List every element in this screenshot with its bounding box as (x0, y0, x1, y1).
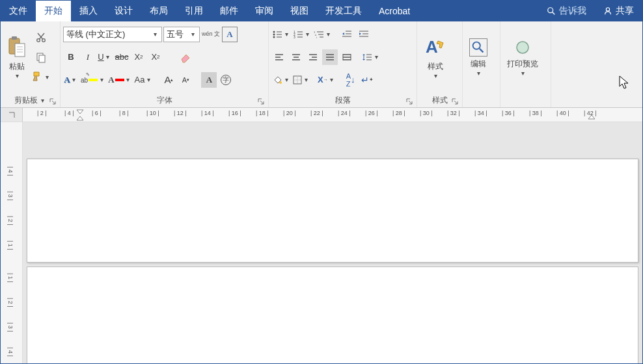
styles-dropdown[interactable]: ▾ (431, 72, 439, 79)
character-border-button[interactable]: A (222, 27, 238, 42)
align-center-button[interactable] (288, 49, 304, 65)
page-2[interactable] (27, 266, 638, 364)
shading-button[interactable]: ▾ (271, 72, 291, 88)
align-distributed-button[interactable] (339, 49, 355, 65)
grow-font-button[interactable]: A▴ (161, 72, 176, 88)
svg-line-1 (553, 12, 555, 15)
multilevel-list-button[interactable]: 1ai▾ (313, 27, 333, 42)
print-preview-button[interactable]: 打印预览 ▾ (503, 23, 542, 91)
editing-dropdown[interactable]: ▾ (474, 70, 482, 77)
bold-button[interactable]: B (63, 49, 79, 65)
font-name-combo[interactable]: 等线 (中文正文)▾ (63, 27, 162, 42)
tab-review[interactable]: 审阅 (247, 1, 282, 21)
enclose-characters-button[interactable]: 字 (218, 72, 234, 88)
align-left-button[interactable] (271, 49, 287, 65)
ruler-tick: | 22 | (310, 110, 323, 116)
copy-button[interactable] (31, 49, 51, 65)
align-justify-icon (325, 53, 335, 61)
multilevel-icon: 1ai (314, 30, 324, 39)
styles-group-label: 样式 (432, 95, 448, 106)
paste-button[interactable]: 粘贴 ▾ (3, 23, 31, 91)
font-name-value: 等线 (中文正文) (66, 29, 125, 40)
cut-button[interactable] (31, 30, 51, 46)
clear-formatting-button[interactable] (178, 49, 193, 65)
shrink-font-button[interactable]: A▾ (178, 72, 193, 88)
share[interactable]: 共享 (595, 1, 642, 21)
indent-marker-first[interactable] (76, 109, 84, 121)
sort-button[interactable]: AZ↓ (343, 72, 359, 88)
find-icon (469, 38, 487, 57)
tab-references[interactable]: 引用 (176, 1, 212, 21)
tab-mailings[interactable]: 邮件 (212, 1, 247, 21)
tell-me[interactable]: 告诉我 (538, 1, 595, 21)
superscript-button[interactable]: X2 (148, 49, 163, 65)
svg-point-10 (42, 39, 46, 42)
page-1[interactable] (27, 159, 638, 263)
vertical-ruler[interactable]: | 4 || 3 || 2 || 1 || 1 || 2 || 3 || 4 | (1, 122, 23, 364)
align-right-icon (308, 53, 318, 61)
styles-launcher[interactable] (450, 97, 459, 106)
tab-acrobat[interactable]: Acrobat (370, 1, 418, 21)
decrease-indent-button[interactable] (339, 27, 355, 42)
preview-dropdown[interactable]: ▾ (519, 70, 527, 77)
tab-design[interactable]: 设计 (106, 1, 141, 21)
search-icon (547, 6, 556, 16)
character-shading-button[interactable]: A (201, 72, 217, 88)
ruler-tick: | 42 | (584, 110, 597, 116)
phonetic-guide-button[interactable]: wén 文 (201, 27, 221, 42)
ruler-corner[interactable] (1, 108, 23, 122)
borders-icon (293, 75, 302, 84)
ruler-tick: | 8 | (119, 110, 129, 116)
document-canvas[interactable] (23, 122, 642, 364)
tell-me-label: 告诉我 (559, 5, 586, 17)
highlight-button[interactable]: ab✎▾ (80, 72, 106, 88)
text-effects-button[interactable]: A▾ (63, 72, 79, 88)
horizontal-ruler[interactable]: | 2 || 4 || 6 || 8 || 10 || 12 || 14 || … (1, 108, 642, 122)
brush-icon (31, 71, 43, 83)
bullets-button[interactable]: ▾ (271, 27, 291, 42)
clipboard-launcher[interactable] (48, 97, 57, 106)
increase-indent-button[interactable] (356, 27, 372, 42)
svg-point-9 (37, 39, 40, 42)
group-clipboard: 粘贴 ▾ ▾ 剪贴板▾ (1, 21, 61, 107)
tab-view[interactable]: 视图 (282, 1, 317, 21)
format-painter-button[interactable]: ▾ (31, 69, 51, 84)
ruler-tick: | 18 | (256, 110, 269, 116)
tab-layout[interactable]: 布局 (141, 1, 176, 21)
italic-button[interactable]: I (80, 49, 96, 65)
font-group-label: 字体 (157, 95, 172, 106)
numbering-button[interactable]: 123▾ (292, 27, 312, 42)
subscript-button[interactable]: X2 (131, 49, 146, 65)
group-editing: 编辑 ▾ (463, 21, 500, 107)
change-case-button[interactable]: Aa▾ (134, 72, 154, 88)
borders-button[interactable]: ▾ (292, 72, 310, 88)
vruler-tick: | 4 | (7, 166, 14, 176)
tab-insert[interactable]: 插入 (71, 1, 106, 21)
paragraph-launcher[interactable] (405, 97, 414, 106)
asian-layout-button[interactable]: X→▾ (317, 72, 336, 88)
tab-file[interactable]: 文件 (1, 1, 36, 21)
find-button[interactable]: 编辑 ▾ (465, 23, 491, 91)
align-justify-button[interactable] (322, 49, 338, 65)
align-center-icon (292, 53, 301, 61)
align-right-button[interactable] (305, 49, 321, 65)
group-dropdown[interactable]: ▾ (39, 97, 47, 104)
svg-point-65 (473, 42, 480, 49)
strikethrough-button[interactable]: abc (114, 49, 130, 65)
styles-button[interactable]: A 样式 ▾ (420, 23, 451, 91)
line-spacing-button[interactable]: ▾ (361, 49, 381, 65)
tab-home[interactable]: 开始 (36, 1, 71, 21)
circle-icon (513, 38, 532, 57)
align-distributed-icon (342, 53, 351, 61)
paste-dropdown[interactable]: ▾ (13, 72, 21, 79)
font-size-combo[interactable]: 五号▾ (163, 27, 200, 42)
show-marks-button[interactable]: ↵✦ (360, 72, 376, 88)
vruler-tick: | 2 | (7, 298, 14, 307)
tab-developer[interactable]: 开发工具 (317, 1, 370, 21)
font-launcher[interactable] (256, 97, 266, 106)
font-color-button[interactable]: A▾ (107, 72, 132, 88)
ruler-tick: | 40 | (556, 110, 569, 116)
ruler-tick: | 2 | (37, 110, 47, 116)
ruler-tick: | 20 | (283, 110, 296, 116)
underline-button[interactable]: U▾ (97, 49, 113, 65)
